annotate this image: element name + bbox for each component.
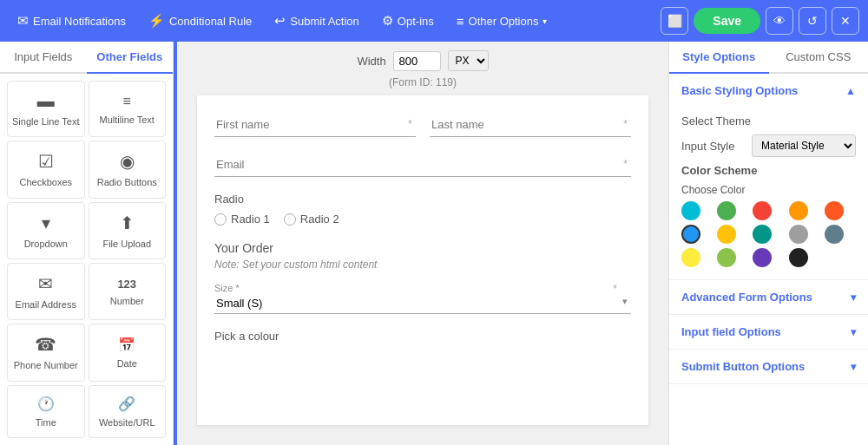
input-field-header[interactable]: Input field Options ▾ [669,315,868,349]
email-field-icon: ✉ [38,273,53,294]
input-field-chevron: ▾ [851,326,856,338]
radio-circle-2 [284,213,296,226]
radio-option-1[interactable]: Radio 1 [214,213,270,226]
field-checkboxes[interactable]: ☑ Checkboxes [7,141,85,198]
undo-button[interactable]: ↺ [799,7,826,35]
link-icon: 🔗 [118,396,135,412]
submit-button-label: Submit Button Options [681,360,805,373]
section-advanced-form: Advanced Form Options ▾ [669,280,868,315]
basic-styling-header[interactable]: Basic Styling Options ▲ [669,74,868,108]
color-deep-orange[interactable] [825,201,844,220]
pick-colour-label: Pick a colour [214,330,631,343]
last-name-required: * [623,118,628,130]
submit-button-chevron: ▾ [851,361,856,373]
color-cyan[interactable] [753,225,772,244]
color-blue-grey[interactable] [825,225,844,244]
submit-button-header[interactable]: Submit Button Options ▾ [669,350,868,383]
width-label: Width [357,55,385,68]
nav-email-notifications[interactable]: ✉ Email Notifications [9,8,135,34]
nav-opt-ins[interactable]: ⚙ Opt-ins [373,8,443,34]
first-name-field[interactable]: * [214,113,416,137]
radio-option-2[interactable]: Radio 2 [284,213,339,226]
fields-grid: ▬ Single Line Text ≡ Multiline Text ☑ Ch… [0,74,173,445]
save-button[interactable]: Save [694,8,760,34]
radio-section: Radio Radio 1 Radio 2 [214,193,631,226]
color-scheme-label: Color Scheme [681,164,856,177]
advanced-form-header[interactable]: Advanced Form Options ▾ [669,280,868,314]
field-time[interactable]: 🕐 Time [7,385,85,438]
last-name-field[interactable]: * [430,113,631,137]
radio-1-label: Radio 1 [231,213,270,226]
color-yellow[interactable] [681,248,700,267]
upload-icon: ⬆ [120,213,135,233]
size-label: Size * [214,283,631,293]
order-title: Your Order [214,241,631,255]
advanced-form-chevron: ▾ [851,291,856,304]
email-field[interactable]: * [214,153,631,177]
color-amber[interactable] [717,225,736,244]
layout-toggle-button[interactable]: ⬜ [661,7,688,35]
unit-select[interactable]: PX % [448,50,489,71]
color-grey[interactable] [789,225,808,244]
nav-submit-action[interactable]: ↩ Submit Action [266,8,368,34]
options-icon: ≡ [457,14,464,29]
input-style-select[interactable]: Material Style Classic Style Flat Style [752,134,856,157]
tab-style-options[interactable]: Style Options [669,42,769,74]
section-submit-button: Submit Button Options ▾ [669,350,868,384]
multiline-icon: ≡ [123,94,131,109]
field-file-upload[interactable]: ⬆ File Upload [89,202,167,259]
phone-icon: ☎ [35,334,56,355]
field-dropdown[interactable]: ▾ Dropdown [7,202,85,259]
field-email-address[interactable]: ✉ Email Address [7,263,85,320]
field-phone-number[interactable]: ☎ Phone Number [7,324,85,381]
form-id-label: (Form ID: 119) [389,76,457,88]
date-icon: 📅 [118,337,135,353]
color-red[interactable] [753,201,772,220]
order-section: Your Order Note: Set your custom html co… [214,241,631,271]
field-date[interactable]: 📅 Date [89,324,167,381]
first-name-input[interactable] [214,113,416,137]
color-green[interactable] [717,201,736,220]
form-toolbar: Width PX % [357,50,488,71]
color-blue[interactable] [681,225,700,244]
size-field[interactable]: Size * Small (S) Medium (M) Large (L) ▾ … [214,283,631,314]
section-input-field: Input field Options ▾ [669,315,868,350]
radio-circle-1 [214,213,227,226]
preview-button[interactable]: 👁 [766,7,793,35]
radio-2-label: Radio 2 [300,213,339,226]
time-icon: 🕐 [37,396,55,412]
width-input[interactable] [393,51,441,71]
color-teal[interactable] [681,201,700,220]
email-icon: ✉ [17,13,29,29]
left-sidebar: Input Fields Other Fields ▬ Single Line … [0,42,174,445]
nav-conditional-rule[interactable]: ⚡ Conditional Rule [140,8,260,34]
field-website-url[interactable]: 🔗 Website/URL [89,385,167,438]
single-line-icon: ▬ [37,91,55,111]
input-style-label: Input Style [681,140,734,153]
close-button[interactable]: ✕ [832,7,859,35]
field-multiline-text[interactable]: ≡ Multiline Text [89,81,167,137]
nav-other-options[interactable]: ≡ Other Options ▾ [448,9,556,34]
form-canvas: * * * Radio Radi [197,95,648,425]
color-purple[interactable] [753,248,772,267]
size-select[interactable]: Small (S) Medium (M) Large (L) [214,293,631,314]
optins-icon: ⚙ [382,13,393,29]
field-radio-buttons[interactable]: ◉ Radio Buttons [89,141,167,198]
tab-custom-css[interactable]: Custom CSS [769,42,869,72]
email-input[interactable] [214,153,631,177]
tab-input-fields[interactable]: Input Fields [0,42,87,72]
first-name-required: * [408,118,412,130]
checkbox-icon: ☑ [38,151,54,172]
number-icon: 123 [117,278,136,291]
size-required: * [613,283,617,295]
input-field-label: Input field Options [681,325,781,338]
field-single-line-text[interactable]: ▬ Single Line Text [7,81,85,137]
color-orange[interactable] [789,201,808,220]
last-name-input[interactable] [430,113,631,137]
basic-styling-label: Basic Styling Options [681,84,798,97]
field-number[interactable]: 123 Number [89,263,167,320]
color-black[interactable] [789,248,808,267]
tab-other-fields[interactable]: Other Fields [87,42,174,74]
color-light-green[interactable] [717,248,736,267]
right-panel: Style Options Custom CSS Basic Styling O… [668,42,868,445]
